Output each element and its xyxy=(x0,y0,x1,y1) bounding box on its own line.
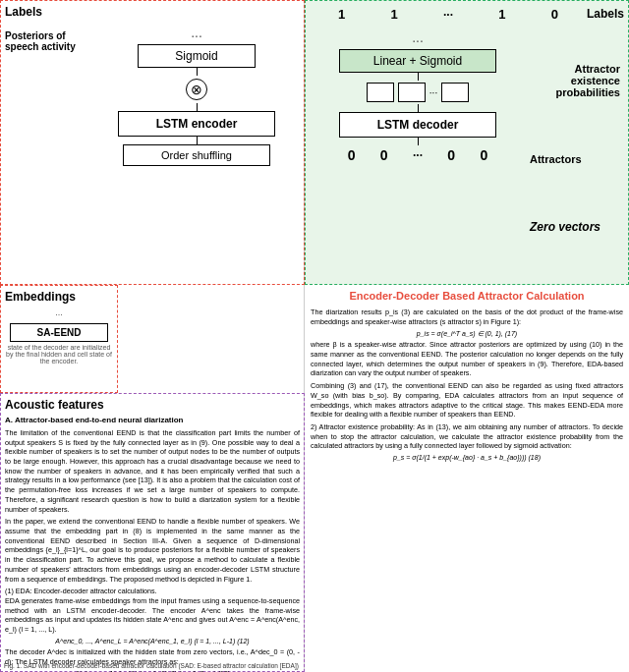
multiply-op: ⊗ xyxy=(186,79,207,100)
acoustic-section: Acoustic features A. Attractor-based end… xyxy=(0,393,305,672)
v-line-3 xyxy=(197,137,198,144)
label-2: 1 xyxy=(391,7,398,22)
para2: In the paper, we extend the conventional… xyxy=(5,517,300,584)
order-shuffling-box: Order shuffling xyxy=(123,144,270,166)
right-body-text: The diarization results p_is (3) are cal… xyxy=(311,308,623,462)
right-para-3: Combining (3) and (17), the conventional… xyxy=(311,381,623,420)
label-3: 1 xyxy=(498,7,505,22)
para1: The limitation of the conventional EEND … xyxy=(5,428,300,514)
sa-eend-box: SA-EEND xyxy=(10,323,108,342)
lstm-encoder-box: LSTM encoder xyxy=(118,111,275,137)
attractor-prob-label: Attractor existence probabilities xyxy=(530,63,620,98)
labels-title-left: Labels xyxy=(5,5,300,19)
zero-1: 0 xyxy=(348,147,356,163)
sa-eend-desc: state of the decoder are initialized by … xyxy=(5,344,113,364)
attractors-label: Attractors xyxy=(530,153,620,165)
top-left-section: Labels Posteriors of speech activity ...… xyxy=(0,0,305,285)
v-line-2 xyxy=(197,103,198,111)
para3b: EDA generates frame-wise embeddings from… xyxy=(5,596,300,635)
acoustic-title: Acoustic features xyxy=(5,398,300,412)
main-container: Labels Posteriors of speech activity ...… xyxy=(0,0,629,672)
encoder-decoder-title: Encoder-Decoder Based Attractor Calculat… xyxy=(311,289,623,304)
right-para-main: The diarization results p_is (3) are cal… xyxy=(311,308,623,326)
formula1: A^enc_0, ..., A^enc_L = A^enc(A^enc_1, e… xyxy=(5,637,300,645)
attractor-rect-1 xyxy=(367,83,394,102)
right-para-2: where β is a speaker-wise attractor. Sin… xyxy=(311,340,623,378)
zero-vectors-label: Zero vectors xyxy=(530,220,620,234)
zero-dots: ··· xyxy=(413,148,423,162)
left-panel: Labels Posteriors of speech activity ...… xyxy=(0,0,305,672)
zero-4: 0 xyxy=(481,147,488,163)
bottom-right-text: Encoder-Decoder Based Attractor Calculat… xyxy=(305,285,629,672)
v-line-1 xyxy=(197,68,198,76)
top-dots: ... xyxy=(191,25,202,40)
attractor-rect-3 xyxy=(441,83,469,102)
embeddings-section: Embeddings ... SA-EEND state of the deco… xyxy=(0,285,118,393)
posteriors-label: Posteriors of xyxy=(5,30,93,41)
attractor-rect-2 xyxy=(398,83,426,102)
right-para-4: 2) Attractor existence probability: As i… xyxy=(311,422,623,451)
zero-3: 0 xyxy=(447,147,455,163)
posteriors-label2: speech activity xyxy=(5,41,93,52)
label-1: 1 xyxy=(338,7,345,22)
right-dots: ... xyxy=(412,29,424,45)
right-panel: 1 1 ··· 1 0 Labels ... Linear + Sigmoid xyxy=(305,0,629,672)
right-v-line-1 xyxy=(418,73,419,81)
embeddings-title: Embeddings xyxy=(5,290,113,304)
lstm-decoder-box: LSTM decoder xyxy=(339,112,496,138)
multiply-row: ⊗ xyxy=(186,79,207,100)
label-dots: ··· xyxy=(443,8,453,22)
para3: (1) EDA: Encoder-decoder attractor calcu… xyxy=(5,587,300,596)
figure-caption: Fig. 1. SAD with encoder-decoder-based a… xyxy=(0,660,305,672)
right-v-line-3 xyxy=(418,138,419,145)
right-formula-1: p_is = σ(e_i^T a_s) ∈ (0, 1), (17) xyxy=(311,329,623,338)
right-labels-title: Labels xyxy=(587,7,624,21)
sigmoid-box: Sigmoid xyxy=(138,44,256,68)
right-formula-2: p_s = σ(1/(1 + exp(-w_{ao} · a_s + b_{ao… xyxy=(311,453,623,462)
section-a-title: A. Attractor-based end-to-end neural dia… xyxy=(5,416,300,426)
embeddings-dots: ... xyxy=(5,308,113,317)
linear-sigmoid-box: Linear + Sigmoid xyxy=(339,49,496,73)
body-text: A. Attractor-based end-to-end neural dia… xyxy=(5,416,300,672)
right-v-line-2 xyxy=(418,104,419,112)
zero-2: 0 xyxy=(380,147,388,163)
top-right-section: 1 1 ··· 1 0 Labels ... Linear + Sigmoid xyxy=(305,0,629,285)
label-4: 0 xyxy=(551,7,558,22)
attractor-dots: ··· xyxy=(429,87,437,98)
